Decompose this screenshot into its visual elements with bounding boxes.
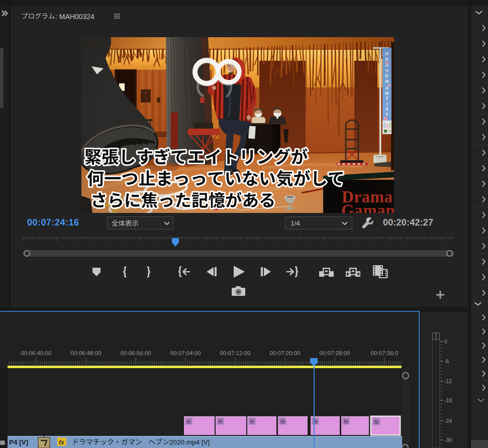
svg-text:fx: fx <box>187 418 191 424</box>
svg-text:-24: -24 <box>444 418 452 424</box>
svg-text:00:07:20:00: 00:07:20:00 <box>270 350 301 356</box>
svg-text:fx: fx <box>281 418 285 424</box>
svg-text:2020.mp4 [V]: 2020.mp4 [V] <box>169 438 210 446</box>
svg-text:fx: fx <box>219 418 223 424</box>
svg-text:fx: fx <box>344 418 349 424</box>
svg-text:00:07:28:00: 00:07:28:00 <box>320 350 350 356</box>
svg-text:P4 [V]: P4 [V] <box>9 438 28 446</box>
svg-text:00:06:56:00: 00:06:56:00 <box>121 350 151 356</box>
svg-text:00:07:12:00: 00:07:12:00 <box>220 350 251 356</box>
svg-text:fx: fx <box>250 418 255 424</box>
svg-text:-6: -6 <box>444 358 449 364</box>
svg-text:00:06:48:00: 00:06:48:00 <box>71 350 102 356</box>
svg-text:00:07:36:0: 00:07:36:0 <box>371 350 398 356</box>
svg-text:00:06:40:00: 00:06:40:00 <box>21 350 52 356</box>
svg-text:0: 0 <box>444 339 447 345</box>
svg-text:-30: -30 <box>444 437 452 443</box>
svg-text:fx: fx <box>59 439 65 446</box>
svg-text:-12: -12 <box>444 378 452 384</box>
svg-text:fx: fx <box>374 419 379 425</box>
svg-text:00:07:04:00: 00:07:04:00 <box>170 350 201 356</box>
svg-text:-18: -18 <box>444 397 452 403</box>
svg-text:: MAH00324: : MAH00324 <box>55 13 94 21</box>
